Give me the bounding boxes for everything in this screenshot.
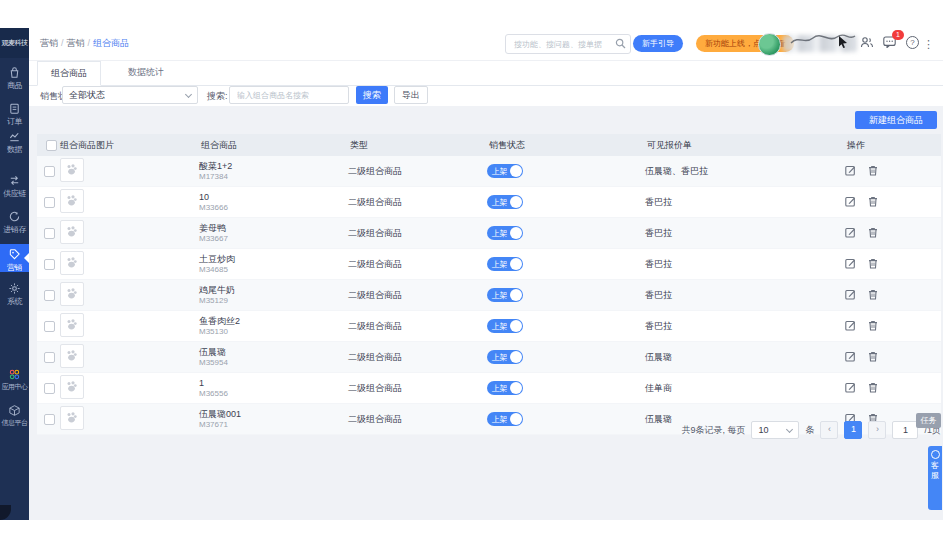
product-image-placeholder[interactable] xyxy=(60,282,84,306)
product-image-placeholder[interactable] xyxy=(60,344,84,368)
page-jump-input[interactable] xyxy=(892,421,918,439)
visible-quotes: 香巴拉 xyxy=(645,289,845,302)
global-search[interactable] xyxy=(505,34,631,54)
row-checkbox[interactable] xyxy=(44,166,55,177)
delete-icon[interactable] xyxy=(868,382,878,393)
top-header: 营销/营销/组合商品 新手引导 新功能上线，点击查看 1 ? ⋮ xyxy=(29,28,943,61)
status-toggle[interactable]: 上架 xyxy=(487,350,523,364)
sidebar-item-system[interactable]: 系统 xyxy=(0,282,29,307)
sidebar-item-app-center[interactable]: 应用中心 xyxy=(0,368,29,392)
combo-search-input[interactable] xyxy=(235,88,345,102)
product-image-placeholder[interactable] xyxy=(60,313,84,337)
delete-icon[interactable] xyxy=(868,289,878,300)
sidebar-item-orders[interactable]: 订单 xyxy=(0,102,29,127)
global-search-input[interactable] xyxy=(512,36,616,52)
edit-icon[interactable] xyxy=(845,351,856,362)
customer-service-tab[interactable]: 客 服 xyxy=(928,446,942,510)
page-1-button[interactable]: 1 xyxy=(844,421,862,439)
pagination-unit: 条 xyxy=(805,424,814,437)
status-toggle[interactable]: 上架 xyxy=(487,195,523,209)
product-name[interactable]: 姜母鸭 xyxy=(199,223,348,233)
product-image-placeholder[interactable] xyxy=(60,158,84,182)
pagination: 共9条记录, 每页 10 条 ‹ 1 › /1页 xyxy=(37,416,941,444)
delete-icon[interactable] xyxy=(868,165,878,176)
next-page-button[interactable]: › xyxy=(868,421,886,439)
status-toggle[interactable]: 上架 xyxy=(487,164,523,178)
edit-icon[interactable] xyxy=(845,165,856,176)
sidebar-item-goods[interactable]: 商品 xyxy=(0,66,29,91)
product-type: 二级组合商品 xyxy=(348,289,487,302)
product-name[interactable]: 10 xyxy=(199,192,348,202)
status-toggle[interactable]: 上架 xyxy=(487,226,523,240)
tab-bar: 组合商品 数据统计 xyxy=(29,61,943,86)
edit-icon[interactable] xyxy=(845,196,856,207)
product-image-placeholder[interactable] xyxy=(60,220,84,244)
product-name[interactable]: 鱼香肉丝2 xyxy=(199,316,348,326)
avatar[interactable] xyxy=(758,33,781,56)
status-toggle[interactable]: 上架 xyxy=(487,288,523,302)
product-image-placeholder[interactable] xyxy=(60,251,84,275)
col-quotes: 可见报价单 xyxy=(645,139,845,152)
create-combo-button[interactable]: 新建组合商品 xyxy=(855,111,937,129)
status-toggle-label: 上架 xyxy=(492,166,507,177)
product-name[interactable]: 酸菜1+2 xyxy=(199,161,348,171)
row-checkbox[interactable] xyxy=(44,197,55,208)
visible-quotes: 香巴拉 xyxy=(645,227,845,240)
select-all-checkbox[interactable] xyxy=(46,140,57,151)
status-toggle[interactable]: 上架 xyxy=(487,381,523,395)
tab-data-stats[interactable]: 数据统计 xyxy=(115,61,177,84)
row-checkbox[interactable] xyxy=(44,290,55,301)
product-name[interactable]: 伍晨璐 xyxy=(199,347,348,357)
service-icon xyxy=(931,450,940,459)
delete-icon[interactable] xyxy=(868,227,878,238)
status-toggle-label: 上架 xyxy=(492,197,507,208)
status-filter-select[interactable]: 全部状态 xyxy=(62,86,198,104)
export-button[interactable]: 导出 xyxy=(394,86,428,104)
delete-icon[interactable] xyxy=(868,258,878,269)
task-float-tab[interactable]: 任务 xyxy=(916,413,941,428)
row-checkbox[interactable] xyxy=(44,352,55,363)
sidebar-item-inventory[interactable]: 进销存 xyxy=(0,210,29,235)
search-button[interactable]: 搜索 xyxy=(356,86,388,104)
edit-icon[interactable] xyxy=(845,289,856,300)
status-toggle-label: 上架 xyxy=(492,352,507,363)
delete-icon[interactable] xyxy=(868,351,878,362)
newbie-guide-button[interactable]: 新手引导 xyxy=(633,35,683,52)
row-checkbox[interactable] xyxy=(44,321,55,332)
more-icon[interactable]: ⋮ xyxy=(923,34,934,52)
product-name[interactable]: 土豆炒肉 xyxy=(199,254,348,264)
breadcrumb-item[interactable]: 营销 xyxy=(67,38,85,48)
status-toggle[interactable]: 上架 xyxy=(487,319,523,333)
edit-icon[interactable] xyxy=(845,258,856,269)
combo-search-field[interactable] xyxy=(229,86,349,104)
sidebar-item-marketing[interactable]: 营销 xyxy=(0,244,29,272)
delete-icon[interactable] xyxy=(868,320,878,331)
row-checkbox[interactable] xyxy=(44,259,55,270)
product-image-placeholder[interactable] xyxy=(60,375,84,399)
visible-quotes: 香巴拉 xyxy=(645,196,845,209)
page-size-select[interactable]: 10 xyxy=(751,421,799,439)
product-name[interactable]: 1 xyxy=(199,378,348,388)
team-icon[interactable] xyxy=(860,36,874,48)
delete-icon[interactable] xyxy=(868,196,878,207)
row-checkbox[interactable] xyxy=(44,383,55,394)
product-name[interactable]: 鸡尾牛奶 xyxy=(199,285,348,295)
edit-icon[interactable] xyxy=(845,320,856,331)
row-checkbox[interactable] xyxy=(44,228,55,239)
product-code: M33667 xyxy=(199,234,348,244)
edit-icon[interactable] xyxy=(845,382,856,393)
breadcrumb-item[interactable]: 营销 xyxy=(40,38,58,48)
bag-icon xyxy=(8,66,21,79)
sidebar-item-info-platform[interactable]: 信息平台 xyxy=(0,404,29,428)
tab-combo-goods[interactable]: 组合商品 xyxy=(37,61,101,86)
help-icon[interactable]: ? xyxy=(906,36,919,49)
product-image-placeholder[interactable] xyxy=(60,189,84,213)
sidebar-item-supply-chain[interactable]: 供应链 xyxy=(0,174,29,199)
sidebar-item-data[interactable]: 数据 xyxy=(0,130,29,155)
product-type: 二级组合商品 xyxy=(348,227,487,240)
edit-icon[interactable] xyxy=(845,227,856,238)
status-toggle[interactable]: 上架 xyxy=(487,257,523,271)
inventory-icon xyxy=(8,210,21,223)
toggle-knob xyxy=(510,289,522,301)
prev-page-button[interactable]: ‹ xyxy=(820,421,838,439)
